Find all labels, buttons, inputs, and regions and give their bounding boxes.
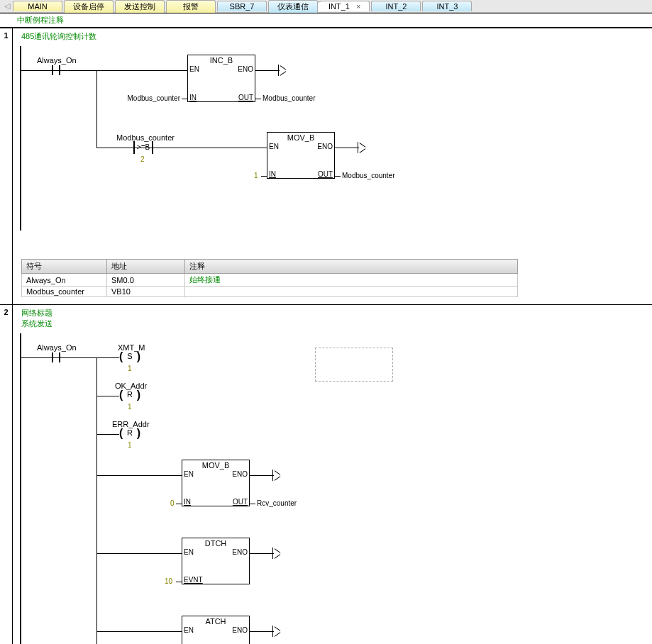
network-number: 1 [0,28,13,304]
compare-contact[interactable]: >=B [133,141,153,154]
fb-inc-b[interactable]: INC_B EN ENO IN OUT [187,55,255,102]
fb-atch[interactable]: ATCH EN ENO INT EVNT [182,616,250,644]
cell-addr: VB10 [107,287,185,297]
coil-reset-erraddr[interactable]: R [119,428,140,440]
tab-alarm[interactable]: 报警 [166,0,216,13]
cell-cmt [185,287,518,297]
ladder-diagram-2[interactable]: Always_On XMT_M S 1 OK_Addr R 1 ERR_Addr… [17,333,652,644]
network-1: 1 485通讯轮询控制计数 Always_On INC_B EN ENO [0,28,652,304]
tab-bar: ◁ MAIN 设备启停 发送控制 报警 SBR_7 仪表通信 INT_1 × I… [0,0,652,13]
routine-comment-text: 中断例程注释 [17,16,64,24]
fb-name: DTCH [182,538,249,548]
fb-name: INC_B [188,55,255,65]
coil-reset-okaddr[interactable]: R [119,390,140,401]
pin-en: EN [269,143,279,150]
tab-int3[interactable]: INT_3 [422,1,472,11]
pin-eno: ENO [232,470,248,478]
cell-addr: SM0.0 [107,274,185,287]
network-number: 2 [0,305,13,644]
coil-op: S [119,352,140,360]
pin-in: IN [184,498,191,506]
fb-mov-b-2[interactable]: MOV_B EN ENO IN OUT [182,460,250,506]
pin-out: OUT [318,170,333,178]
routine-comment: 中断例程注释 [0,13,652,28]
pin-evnt: EVNT [184,576,203,584]
coil-count: 1 [128,403,132,411]
tab-scroll-left[interactable]: ◁ [3,1,11,11]
pin-in-value: Modbus_counter [123,94,180,102]
ladder-diagram-1[interactable]: Always_On INC_B EN ENO IN OUT [17,46,652,231]
pin-en: EN [184,548,194,556]
coil-top-label: ERR_Addr [112,420,150,428]
col-comment: 注释 [185,260,518,274]
pin-in: IN [269,170,276,178]
pin-en: EN [184,626,194,634]
coil-set-xmtm[interactable]: S [119,352,140,363]
pin-out-value: Modbus_counter [342,172,395,179]
network-2: 2 网络标题 系统发送 Always_On XMT_M S 1 OK_Addr … [0,304,652,644]
tab-device-startstop[interactable]: 设备启停 [64,0,114,13]
cell-cmt: 始终接通 [185,274,518,287]
coil-op: R [119,428,140,437]
symbol-table: 符号 地址 注释 Always_On SM0.0 始终接通 Modbus_cou… [21,259,518,297]
pin-out: OUT [233,498,248,506]
coil-count: 1 [128,365,132,372]
tab-int1[interactable]: INT_1 × [319,1,370,11]
pin-evnt-value: 10 [165,577,172,585]
tab-int2[interactable]: INT_2 [371,1,421,11]
compare-value: 2 [140,155,145,163]
contact-always-on[interactable] [48,64,64,77]
cell-sym: Always_On [22,274,107,287]
pin-eno: ENO [317,143,333,150]
col-symbol: 符号 [22,260,107,274]
col-address: 地址 [107,260,185,274]
pin-in-value: 1 [254,172,258,179]
pin-out-value: Modbus_counter [263,94,316,102]
fb-name: ATCH [182,616,249,626]
table-row[interactable]: Modbus_counter VB10 [22,287,518,297]
pin-in-value: 0 [170,499,175,507]
fb-name: MOV_B [182,460,249,470]
pin-eno: ENO [232,548,248,556]
selection-placeholder [315,348,393,382]
pin-eno: ENO [238,65,253,73]
pin-out: OUT [238,94,253,101]
tab-send-control[interactable]: 发送控制 [115,0,165,13]
pin-eno: ENO [232,626,248,634]
tab-instrument-comm[interactable]: 仪表通信 [268,0,318,13]
contact-always-on[interactable] [48,351,64,364]
tab-sbr7[interactable]: SBR_7 [217,1,267,11]
table-row[interactable]: Always_On SM0.0 始终接通 [22,274,518,287]
pin-out-value: Rcv_counter [257,499,297,507]
fb-dtch[interactable]: DTCH EN ENO EVNT [182,538,250,584]
fb-name: MOV_B [267,133,334,143]
compare-op: >=B [137,143,150,151]
pin-en: EN [184,470,194,478]
pin-en: EN [189,65,199,73]
fb-mov-b-1[interactable]: MOV_B EN ENO IN OUT [267,132,335,179]
network-title: 485通讯轮询控制计数 [21,32,96,40]
cell-sym: Modbus_counter [22,287,107,297]
tab-main[interactable]: MAIN [13,1,62,11]
close-icon[interactable]: × [356,2,360,11]
pin-in: IN [189,94,197,101]
coil-count: 1 [128,441,132,449]
network-title-a: 网络标题 [21,309,53,317]
network-title-b: 系统发送 [21,319,53,328]
coil-op: R [119,390,140,399]
tab-int1-label: INT_1 [328,2,350,11]
